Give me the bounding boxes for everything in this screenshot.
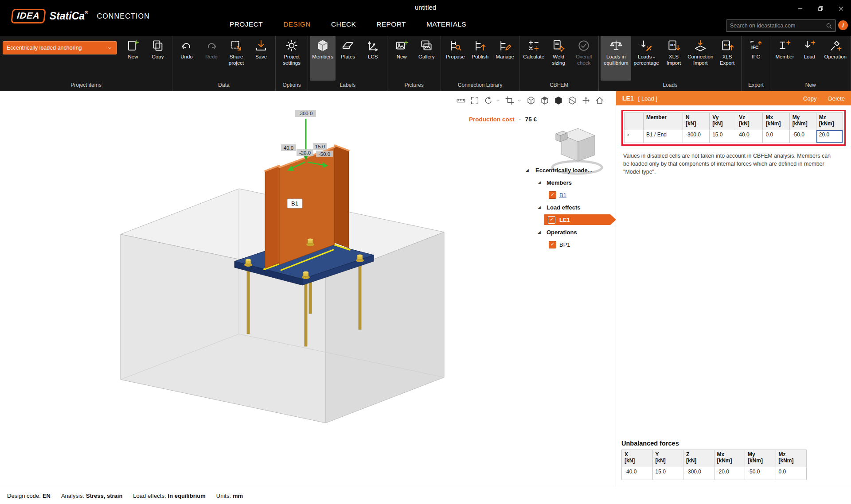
restore-button[interactable] <box>810 0 831 17</box>
pictures-new-button[interactable]: New <box>389 36 414 81</box>
loads-connection-import-button[interactable]: Connection Import <box>686 36 715 81</box>
home-view-button[interactable] <box>595 96 605 105</box>
connection-library-manage-button[interactable]: Manage <box>492 36 517 81</box>
pictures-gallery-button[interactable]: Gallery <box>414 36 439 81</box>
section-view-options-button[interactable] <box>516 98 522 104</box>
cbfem-weld-sizing-button[interactable]: Weld sizing <box>546 36 571 81</box>
project-items-copy-button[interactable]: Copy <box>145 36 170 81</box>
expander-icon[interactable]: ◢ <box>538 205 541 209</box>
export-ifc-button[interactable]: IFCIFC <box>743 36 768 81</box>
menu-design[interactable]: DESIGN <box>283 20 311 28</box>
table-cell[interactable]: 15.0 <box>710 130 736 143</box>
button-label: LCS <box>368 54 378 60</box>
button-label: XLS Import <box>664 54 684 66</box>
expander-icon[interactable]: ◢ <box>538 180 541 185</box>
ribbon-group-label: Export <box>743 81 768 91</box>
connection-library-propose-button[interactable]: Propose <box>443 36 468 81</box>
render-transparent-button[interactable] <box>567 96 577 105</box>
load-label-vz: 40.0 <box>281 144 296 151</box>
loads-loads-in-equilibrium-button[interactable]: Loads in equilibrium <box>601 36 631 81</box>
table-cell[interactable]: 0.0 <box>763 130 789 143</box>
row-expander[interactable]: › <box>625 130 644 143</box>
tree-item-le1[interactable]: ✓LE1 <box>512 213 616 226</box>
selected-load-effect[interactable]: ✓LE1 <box>544 214 616 225</box>
render-wireframe-button[interactable] <box>526 96 536 105</box>
cube-wire-icon <box>526 96 536 105</box>
table-cell[interactable]: 20.0 <box>816 130 843 143</box>
tree-item-members[interactable]: ◢Members <box>512 176 616 189</box>
search-input[interactable] <box>726 23 825 29</box>
ribbon-group-options: Project settingsOptions <box>276 36 308 91</box>
labels-members-button[interactable]: Members <box>310 36 336 81</box>
tree-item-load-effects[interactable]: ◢Load effects <box>512 201 616 213</box>
project-items-dropdown[interactable]: Eccentrically loaded anchoring <box>3 41 117 54</box>
search-icon[interactable] <box>825 22 833 30</box>
column-header: My [kNm] <box>745 450 776 467</box>
close-button[interactable] <box>831 0 851 17</box>
operation-plus-icon <box>829 39 842 52</box>
table-cell[interactable]: 40.0 <box>736 130 763 143</box>
new-member-button[interactable]: Member <box>772 36 797 81</box>
fit-icon <box>470 96 480 105</box>
ribbon-group-label: Options <box>277 81 306 91</box>
data-undo-button[interactable]: Undo <box>174 36 199 81</box>
labels-lcs-button[interactable]: LCS <box>360 36 385 81</box>
labels-plates-button[interactable]: Plates <box>336 36 360 81</box>
options-project-settings-button[interactable]: Project settings <box>277 36 306 81</box>
cbfem-calculate-button[interactable]: Calculate <box>521 36 546 81</box>
minimize-button[interactable] <box>790 0 810 17</box>
new-load-button[interactable]: Load <box>797 36 822 81</box>
render-solid-button[interactable] <box>554 96 563 105</box>
button-label: Save <box>255 54 267 60</box>
delete-load-button[interactable]: Delete <box>828 95 845 102</box>
connection-library-publish-button[interactable]: Publish <box>468 36 492 81</box>
table-cell[interactable]: -300.0 <box>683 130 710 143</box>
section-view-button[interactable] <box>505 96 515 105</box>
table-cell[interactable]: B1 / End <box>644 130 683 143</box>
tree-label: Members <box>547 179 572 186</box>
tree-item-eccentrically-loade[interactable]: ◢Eccentrically loade... <box>512 164 616 176</box>
manage-icon <box>498 39 511 52</box>
menu-report[interactable]: REPORT <box>376 20 406 28</box>
tree-item-operations[interactable]: ◢Operations <box>512 226 616 238</box>
column-header: Vz [kN] <box>736 113 763 130</box>
loads-loads-percentage-button[interactable]: Loads - percentage <box>631 36 661 81</box>
render-shaded-button[interactable] <box>540 96 550 105</box>
pan-view-button[interactable] <box>581 96 591 105</box>
loads-xls-import-button[interactable]: XLSXLS Import <box>661 36 686 81</box>
member-label[interactable]: B1 <box>287 199 302 208</box>
menu-materials[interactable]: MATERIALS <box>426 20 466 28</box>
viewport-3d-scene[interactable]: -300.0 40.0 -20.0 15.0 -50.0 B1 <box>0 91 616 487</box>
ribbon-group-project-items: Eccentrically loaded anchoringNewCopyPro… <box>0 36 172 91</box>
new-operation-button[interactable]: Operation <box>822 36 849 81</box>
data-share-project-button[interactable]: Share project <box>224 36 249 81</box>
rotate-view-options-button[interactable] <box>495 98 501 104</box>
rotate-view-button[interactable] <box>484 96 493 105</box>
zoom-fit-button[interactable] <box>470 96 480 105</box>
copy-load-button[interactable]: Copy <box>803 95 816 102</box>
menu-check[interactable]: CHECK <box>331 20 356 28</box>
search-box[interactable] <box>726 19 836 32</box>
chevron-icon <box>495 98 501 104</box>
measure-tool-button[interactable] <box>456 96 466 105</box>
project-items-dropdown-label: Eccentrically loaded anchoring <box>7 45 106 51</box>
loads-xls-export-button[interactable]: XLSXLS Export <box>715 36 740 81</box>
tree-item-b1[interactable]: ✓B1 <box>512 189 616 201</box>
info-button[interactable]: i <box>838 20 848 30</box>
menu-project[interactable]: PROJECT <box>230 20 263 28</box>
table-cell[interactable]: -50.0 <box>789 130 816 143</box>
expander-icon[interactable]: ◢ <box>526 168 529 172</box>
expander-icon[interactable]: ◢ <box>538 230 541 234</box>
checkbox-checked-icon[interactable]: ✓ <box>549 241 556 248</box>
top-bar: untitled IDEA StatiCa® CONNECTION PROJEC… <box>0 0 851 36</box>
tree-item-bp1[interactable]: ✓BP1 <box>512 238 616 251</box>
propose-icon <box>449 39 462 52</box>
data-save-button[interactable]: Save <box>249 36 273 81</box>
button-label: Weld sizing <box>548 54 569 66</box>
table-cell: 15.0 <box>652 467 683 480</box>
cube-top-icon <box>540 96 550 105</box>
checkbox-checked-icon[interactable]: ✓ <box>549 191 556 199</box>
table-row[interactable]: ›B1 / End-300.015.040.00.0-50.020.0 <box>625 130 843 143</box>
project-items-new-button[interactable]: New <box>121 36 145 81</box>
checkbox-checked-icon[interactable]: ✓ <box>548 216 555 224</box>
